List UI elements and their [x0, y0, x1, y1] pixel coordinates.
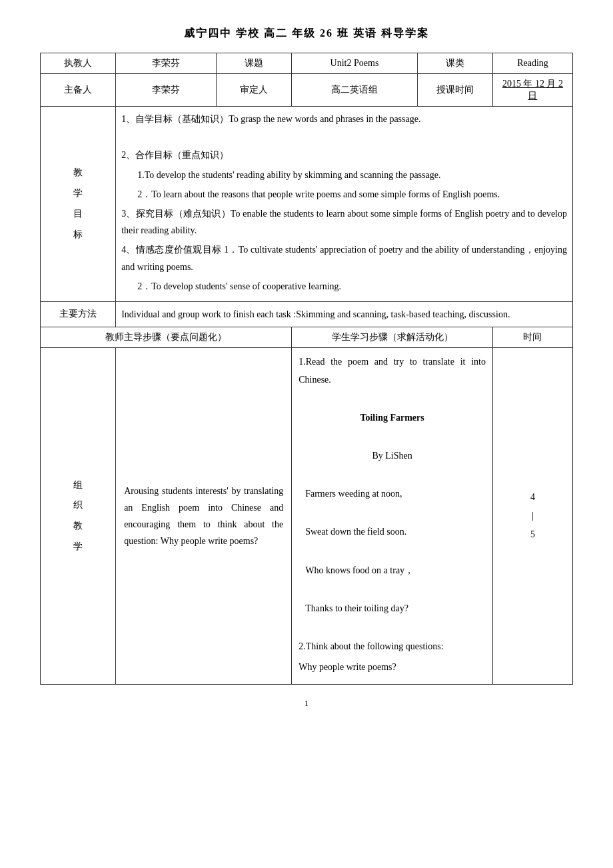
poem-line3: Who knows food on a tray， [305, 562, 486, 580]
poem-line4: Thanks to their toiling day? [305, 600, 486, 618]
goal2-title: 2、合作目标（重点知识） [121, 147, 567, 163]
value-zhubeiren: 李荣芬 [116, 74, 217, 107]
goal1-text: 1、自学目标（基础知识）To grasp the new words and p… [121, 111, 567, 127]
time-header: 时间 [492, 327, 572, 348]
student-header: 学生学习步骤（求解活动化） [292, 327, 493, 348]
label-shending: 审定人 [217, 74, 292, 107]
value-zhijiaoren: 李荣芬 [116, 53, 217, 74]
value-kelei: Reading [492, 53, 572, 74]
header-row-1: 执教人 李荣芬 课题 Unit2 Poems 课类 Reading [41, 53, 573, 74]
content-jiaoxuemubiao: 1、自学目标（基础知识）To grasp the new words and p… [116, 107, 573, 302]
student-text-1: 1.Read the poem and try to translate it … [299, 353, 486, 389]
label-zhubeiren: 主备人 [41, 74, 116, 107]
header-row-2: 主备人 李荣芬 审定人 高二英语组 授课时间 2015 年 12 月 2 日 [41, 74, 573, 107]
activity-row: 组 织 教 学 Arousing students interests' by … [41, 348, 573, 685]
goal2-1: 1.To develop the students' reading abili… [137, 167, 567, 183]
value-shending: 高二英语组 [292, 74, 418, 107]
goal4-2: 2．To develop students' sense of cooperat… [137, 278, 567, 295]
goal2-2: 2．To learn about the reasons that people… [137, 186, 567, 203]
main-method-row: 主要方法 Individual and group work to finish… [41, 301, 573, 327]
student-activity-content: 1.Read the poem and try to translate it … [292, 348, 493, 685]
main-table: 执教人 李荣芬 课题 Unit2 Poems 课类 Reading 主备人 李荣… [40, 53, 573, 685]
label-keti: 课题 [217, 53, 292, 74]
label-zhijiaoren: 执教人 [41, 53, 116, 74]
time-cell: 4 | 5 [492, 348, 572, 685]
label-jiaoxuemubiao: 教 学 目 标 [41, 107, 116, 302]
value-shoukeshijian: 2015 年 12 月 2 日 [492, 74, 572, 107]
teaching-goals-row: 教 学 目 标 1、自学目标（基础知识）To grasp the new wor… [41, 107, 573, 302]
label-shoukeshijian: 授课时间 [417, 74, 492, 107]
page-number: 1 [40, 698, 573, 709]
goal4-title: 4、情感态度价值观目标 1．To cultivate students' app… [121, 241, 567, 275]
poem-line1: Farmers weeding at noon, [305, 485, 486, 503]
teacher-activity-content: Arousing students interests' by translat… [116, 348, 292, 685]
content-zhuyaofangfa: Individual and group work to finish each… [116, 301, 573, 327]
section-header-row: 教师主导步骤（要点问题化） 学生学习步骤（求解活动化） 时间 [41, 327, 573, 348]
poem-line2: Sweat down the field soon. [305, 523, 486, 541]
poem-title: Toiling Farmers [299, 409, 486, 427]
poem-author: By LiShen [299, 447, 486, 465]
value-keti: Unit2 Poems [292, 53, 418, 74]
student-text-3: Why people write poems? [299, 659, 486, 677]
goal3-text: 3、探究目标（难点知识）To enable the students to le… [121, 205, 567, 239]
page-title: 威宁四中 学校 高二 年级 26 班 英语 科导学案 [40, 27, 573, 41]
label-activity: 组 织 教 学 [41, 348, 116, 685]
teacher-header: 教师主导步骤（要点问题化） [41, 327, 292, 348]
label-zhuyaofangfa: 主要方法 [41, 301, 116, 327]
label-kelei: 课类 [417, 53, 492, 74]
student-text-2: 2.Think about the following questions: [299, 638, 486, 656]
